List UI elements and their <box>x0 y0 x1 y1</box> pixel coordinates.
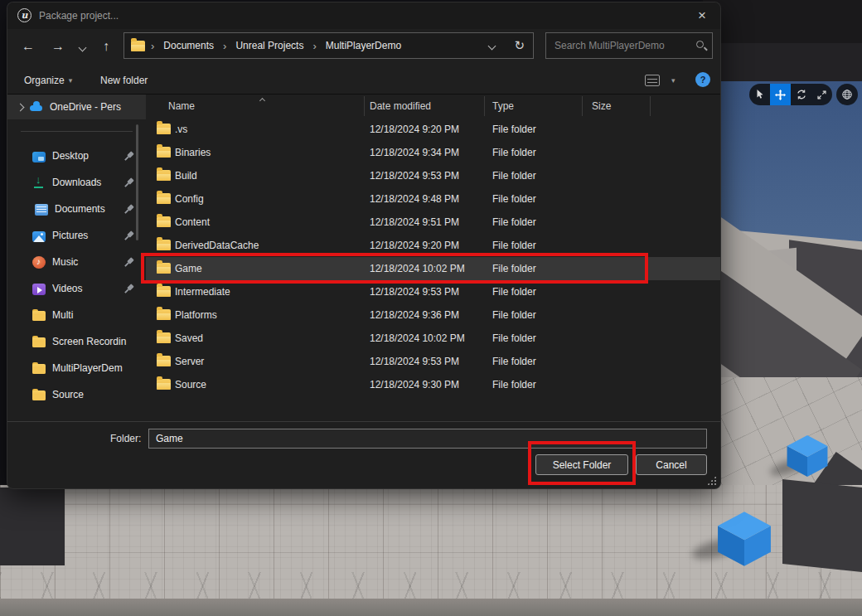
wall-bottom-left <box>0 487 65 565</box>
blue-cube-large[interactable] <box>716 511 772 567</box>
folder-icon <box>131 41 145 51</box>
file-row-game[interactable]: Game12/18/2024 10:02 PMFile folder <box>146 257 720 280</box>
file-type: File folder <box>492 303 536 327</box>
file-date-modified: 12/18/2024 9:20 PM <box>370 118 459 141</box>
select-folder-button[interactable]: Select Folder <box>535 454 628 475</box>
view-options-icon[interactable] <box>645 75 660 86</box>
breadcrumb: › Documents › Unreal Projects › MultiPla… <box>123 32 534 59</box>
organize-label: Organize <box>24 75 65 86</box>
file-type: File folder <box>492 234 536 257</box>
file-name: Build <box>175 164 197 187</box>
sidebar-scrollbar[interactable] <box>136 124 138 240</box>
file-row-config[interactable]: Config12/18/2024 9:48 PMFile folder <box>146 187 720 211</box>
up-button[interactable]: ↑ <box>95 36 117 57</box>
breadcrumb-multiplayerdemo[interactable]: MultiPlayerDemo <box>322 37 404 54</box>
column-divider[interactable] <box>582 96 583 116</box>
file-row-binaries[interactable]: Binaries12/18/2024 9:34 PMFile folder <box>146 141 720 164</box>
column-divider[interactable] <box>364 96 365 116</box>
folder-icon <box>157 147 171 158</box>
resize-grip[interactable] <box>707 476 716 485</box>
sidebar: OneDrive - PersDesktopDownloadsDocuments… <box>7 95 146 419</box>
blue-cube-small[interactable] <box>786 434 829 478</box>
chevron-right-icon[interactable] <box>17 103 25 111</box>
world-space-toggle-icon[interactable] <box>836 84 858 105</box>
sidebar-item-documents[interactable]: Documents <box>7 196 146 222</box>
sidebar-item-music[interactable]: Music <box>7 249 146 275</box>
file-list: .vs12/18/2024 9:20 PMFile folderBinaries… <box>146 118 720 396</box>
refresh-icon[interactable]: ↻ <box>512 38 526 53</box>
folder-icon <box>157 356 171 366</box>
column-header-type[interactable]: Type <box>492 95 514 118</box>
tool-scale[interactable] <box>811 84 832 105</box>
file-row-platforms[interactable]: Platforms12/18/2024 9:36 PMFile folder <box>146 303 720 327</box>
forward-button[interactable]: → <box>47 36 69 57</box>
column-divider[interactable] <box>650 96 651 116</box>
sidebar-item-videos[interactable]: Videos <box>7 275 146 302</box>
desktop-icon <box>32 152 46 162</box>
sidebar-item-label: Desktop <box>52 150 119 162</box>
file-type: File folder <box>492 373 536 396</box>
view-options-caret-icon[interactable]: ▾ <box>666 75 680 85</box>
column-header-name[interactable]: Name <box>168 95 195 118</box>
chevron-down-icon: ▾ <box>69 76 73 85</box>
sidebar-item-pictures[interactable]: Pictures <box>7 222 146 249</box>
screen: u Package project... × ← → ↑ › Documents… <box>0 0 862 616</box>
command-bar: Organize ▾ New folder ▾ ? <box>7 65 720 94</box>
column-header-size[interactable]: Size <box>592 95 611 118</box>
sidebar-item-label: MultiPlayerDem <box>52 362 146 374</box>
sidebar-item-downloads[interactable]: Downloads <box>7 169 146 196</box>
file-name: Saved <box>175 327 203 350</box>
search-input[interactable] <box>546 33 712 58</box>
file-row-deriveddatacache[interactable]: DerivedDataCache12/18/2024 9:20 PMFile f… <box>146 234 720 257</box>
back-button[interactable]: ← <box>17 36 39 57</box>
sidebar-item-multi[interactable]: Multi <box>7 302 146 328</box>
file-row-source[interactable]: Source12/18/2024 9:30 PMFile folder <box>146 373 720 396</box>
file-type: File folder <box>492 211 536 234</box>
chevron-down-icon <box>78 44 86 52</box>
file-date-modified: 12/18/2024 9:53 PM <box>370 280 459 303</box>
help-icon[interactable]: ? <box>695 72 710 87</box>
column-headers: Name Date modified Type Size <box>146 95 720 118</box>
folder-icon <box>32 309 46 323</box>
file-name: Game <box>175 257 202 280</box>
file-row-build[interactable]: Build12/18/2024 9:53 PMFile folder <box>146 164 720 187</box>
breadcrumb-separator: › <box>223 40 226 52</box>
cancel-button[interactable]: Cancel <box>636 454 707 475</box>
sidebar-item-onedrive-pers[interactable]: OneDrive - Pers <box>7 95 146 119</box>
file-date-modified: 12/18/2024 9:30 PM <box>370 373 459 396</box>
sidebar-item-label: OneDrive - Pers <box>50 101 146 113</box>
tool-rotate[interactable] <box>791 84 811 105</box>
folder-icon <box>157 332 171 343</box>
videos-icon <box>32 284 46 295</box>
breadcrumb-documents[interactable]: Documents <box>160 37 217 54</box>
file-row-intermediate[interactable]: Intermediate12/18/2024 9:53 PMFile folde… <box>146 280 720 303</box>
tool-move[interactable] <box>770 84 791 105</box>
sort-ascending-icon <box>259 98 265 104</box>
music-icon <box>32 256 46 269</box>
divider <box>7 421 720 422</box>
column-divider[interactable] <box>484 96 485 116</box>
address-dropdown-icon[interactable] <box>488 41 496 50</box>
file-row-saved[interactable]: Saved12/18/2024 10:02 PMFile folder <box>146 327 720 350</box>
file-row-vs[interactable]: .vs12/18/2024 9:20 PMFile folder <box>146 118 720 141</box>
folder-name-input[interactable] <box>148 429 707 449</box>
new-folder-button[interactable]: New folder <box>97 71 151 90</box>
sidebar-item-label: Source <box>52 389 146 400</box>
dialog-titlebar[interactable]: u Package project... × <box>7 2 720 29</box>
folder-icon <box>32 336 46 349</box>
sidebar-item-desktop[interactable]: Desktop <box>7 143 146 169</box>
organize-button[interactable]: Organize ▾ <box>21 71 75 90</box>
column-header-date-modified[interactable]: Date modified <box>370 95 431 118</box>
breadcrumb-unreal-projects[interactable]: Unreal Projects <box>232 37 307 54</box>
file-row-content[interactable]: Content12/18/2024 9:51 PMFile folder <box>146 211 720 234</box>
folder-icon <box>32 389 46 402</box>
sidebar-item-screen-recordin[interactable]: Screen Recordin <box>7 328 146 355</box>
pin-icon <box>125 152 134 161</box>
close-icon[interactable]: × <box>692 6 712 26</box>
sidebar-item-multiplayerdem[interactable]: MultiPlayerDem <box>7 355 146 381</box>
file-row-server[interactable]: Server12/18/2024 9:53 PMFile folder <box>146 350 720 373</box>
pin-icon <box>125 284 134 293</box>
tool-select[interactable] <box>749 84 770 105</box>
sidebar-item-source[interactable]: Source <box>7 381 146 408</box>
recent-locations-button[interactable] <box>74 36 90 57</box>
